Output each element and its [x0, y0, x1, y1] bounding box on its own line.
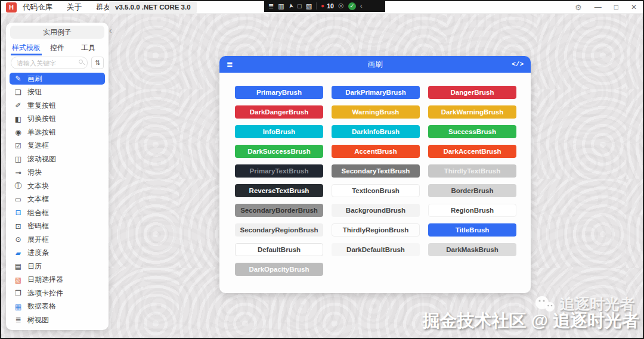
sidebar-item[interactable]: ▭ 文本框 [10, 194, 105, 206]
sidebar-item[interactable]: ☑ 复选框 [10, 140, 105, 152]
brush-button[interactable]: InfoBrush [235, 125, 323, 138]
brush-button[interactable]: SecondaryRegionBrush [235, 223, 323, 237]
brush-button[interactable]: DangerBrush [428, 86, 516, 99]
sidebar-item[interactable]: ⊸ 滑块 [10, 167, 105, 179]
menu-item[interactable]: 关于 [67, 2, 82, 13]
brush-button[interactable]: RegionBrush [428, 204, 516, 217]
expander-icon: ⊙ [13, 235, 23, 244]
tabcontrol-icon: ❐ [13, 289, 23, 297]
calendar-icon: ▤ [13, 262, 23, 270]
sidebar-item[interactable]: ▦ 数据表格 [10, 301, 105, 313]
confirm-check-icon[interactable]: ✓ [348, 2, 356, 10]
sidebar-item-label: 树视图 [27, 315, 49, 325]
app-logo: H [6, 2, 17, 13]
sidebar-item-label: 日期选择器 [27, 275, 63, 285]
brush-button[interactable]: DarkAccentBrush [428, 145, 516, 158]
brush-button[interactable]: TitleBrush [428, 223, 516, 237]
watermark-main: 掘金技术社区 @ 追逐时光者 [423, 309, 639, 333]
sidebar-item-label: 进度条 [27, 248, 49, 258]
brush-button[interactable]: DefaultBrush [235, 243, 323, 256]
toolbar-chevron-icon[interactable]: ‹ [360, 2, 363, 10]
user-circle-icon[interactable]: ☉ [338, 0, 344, 12]
brush-button[interactable]: SuccessBrush [428, 125, 516, 138]
brush-button[interactable]: DarkDangerBrush [235, 105, 323, 119]
brush-button[interactable]: ReverseTextBrush [235, 184, 323, 197]
sidebar-item-label: 滑块 [27, 167, 42, 178]
sidebar-item[interactable]: ❐ 选项卡控件 [10, 287, 105, 299]
brush-button[interactable]: BorderBrush [428, 184, 516, 197]
brush-icon: ✎ [13, 74, 23, 83]
menu-item[interactable]: 代码仓库 [23, 2, 52, 13]
window-controls: ⚙ — □ ✕ [575, 1, 637, 14]
brush-button[interactable]: SecondaryBorderBrush [235, 204, 323, 217]
sidebar-item[interactable]: ◉ 单选按钮 [10, 126, 105, 138]
sidebar-item[interactable]: ◫ 滚动视图 [10, 153, 105, 165]
sidebar-item[interactable]: Ⓣ 文本块 [10, 180, 105, 192]
app-window: H 代码仓库关于群友推荐 v3.5.0.0 .NET CORE 3.0 ⚙ — … [0, 0, 644, 339]
checkbox-icon: ☑ [13, 142, 23, 150]
sidebar-item-label: 数据表格 [27, 301, 56, 312]
sidebar-item[interactable]: ▤ 日历 [10, 260, 105, 272]
datepicker-icon: ▧ [13, 276, 23, 284]
sidebar-item[interactable]: ✐ 重复按钮 [10, 99, 105, 111]
capture-settings-icon[interactable]: ≣ [268, 0, 274, 12]
close-button[interactable]: ✕ [631, 1, 637, 14]
toolbar-divider [316, 2, 317, 10]
brush-button[interactable]: BackgroundBrush [332, 204, 420, 217]
slider-icon: ⊸ [13, 169, 23, 177]
brush-button[interactable]: DarkPrimaryBrush [332, 86, 420, 99]
camera-icon[interactable]: ▥ [278, 0, 284, 12]
sidebar-tabs: 样式模板控件工具 [11, 41, 104, 55]
sidebar-item[interactable]: ◧ 切换按钮 [10, 113, 105, 125]
brush-button[interactable]: ThirdlyRegionBrush [332, 223, 420, 237]
brush-button[interactable]: DarkDefaultBrush [332, 243, 420, 256]
maximize-button[interactable]: □ [614, 1, 618, 14]
sidebar-item-label: 按钮 [27, 87, 42, 97]
view-code-icon[interactable]: </> [512, 56, 524, 73]
scrollviewer-icon: ◫ [13, 155, 23, 163]
sidebar-item[interactable]: ⊟ 组合框 [10, 207, 105, 219]
sidebar-item[interactable]: ≣ 树视图 [10, 314, 105, 326]
brush-button[interactable]: AccentBrush [332, 145, 420, 158]
brush-button[interactable]: TextIconBrush [332, 184, 420, 197]
brush-button[interactable]: WarningBrush [332, 105, 420, 119]
brush-button[interactable]: ThirdlyTextBrush [428, 164, 516, 178]
radio-button-icon: ◉ [13, 128, 23, 136]
sidebar-tab[interactable]: 样式模板 [11, 41, 42, 55]
frame-icon[interactable]: □ [298, 0, 302, 12]
brush-button[interactable]: SecondaryTextBrush [332, 164, 420, 178]
capture-counter: 10 [327, 2, 334, 10]
sidebar-item[interactable]: ❏ 按钮 [10, 86, 105, 98]
sidebar-item-label: 文本块 [27, 181, 49, 191]
brush-card: ≣ 画刷 </> PrimaryBrushDarkPrimaryBrushDan… [219, 56, 531, 293]
sidebar-item[interactable]: ▰ 进度条 [10, 247, 105, 259]
sidebar-item[interactable]: ⊡ 密码框 [10, 220, 105, 232]
sort-button[interactable]: ⇅ [91, 57, 104, 69]
sidebar-item-label: 单选按钮 [27, 127, 56, 138]
repeat-button-icon: ✐ [13, 101, 23, 110]
brush-button[interactable]: DarkSuccessBrush [235, 145, 323, 158]
brush-button[interactable]: DarkInfoBrush [332, 125, 420, 138]
settings-gear-icon[interactable]: ⚙ [575, 1, 582, 14]
brush-button[interactable]: DarkMaskBrush [428, 243, 516, 256]
card-header: ≣ 画刷 </> [219, 56, 531, 73]
sidebar-item[interactable]: ⊙ 展开框 [10, 234, 105, 245]
sidebar-collapse-chevron-icon[interactable]: ‹ [109, 26, 112, 35]
sidebar-item[interactable]: ✎ 画刷 [10, 73, 105, 85]
search-input[interactable] [11, 57, 88, 69]
brush-button[interactable]: PrimaryBrush [235, 86, 323, 99]
brush-button[interactable]: DarkOpacityBrush [235, 263, 323, 276]
card-title: 画刷 [219, 56, 531, 73]
combobox-icon: ⊟ [13, 209, 23, 217]
sidebar-title[interactable]: 实用例子 [10, 26, 104, 39]
capture-toolbar: ≣ ▥ ➤ □ ▧ ● 10 ☉ ✓ ‹ [264, 0, 385, 12]
brush-button[interactable]: DarkWarningBrush [428, 105, 516, 119]
minimize-button[interactable]: — [595, 1, 602, 14]
region-capture-icon[interactable]: ▧ [306, 0, 312, 12]
sidebar: 实用例子 样式模板控件工具 ⇅ ✎ 画刷 ❏ 按钮 ✐ 重复按钮 [6, 23, 109, 330]
sidebar-tab[interactable]: 控件 [42, 41, 73, 55]
sidebar-tab[interactable]: 工具 [73, 41, 104, 55]
brush-button[interactable]: PrimaryTextBrush [235, 164, 323, 178]
cursor-icon[interactable]: ➤ [284, 2, 297, 10]
sidebar-item[interactable]: ▧ 日期选择器 [10, 274, 105, 286]
